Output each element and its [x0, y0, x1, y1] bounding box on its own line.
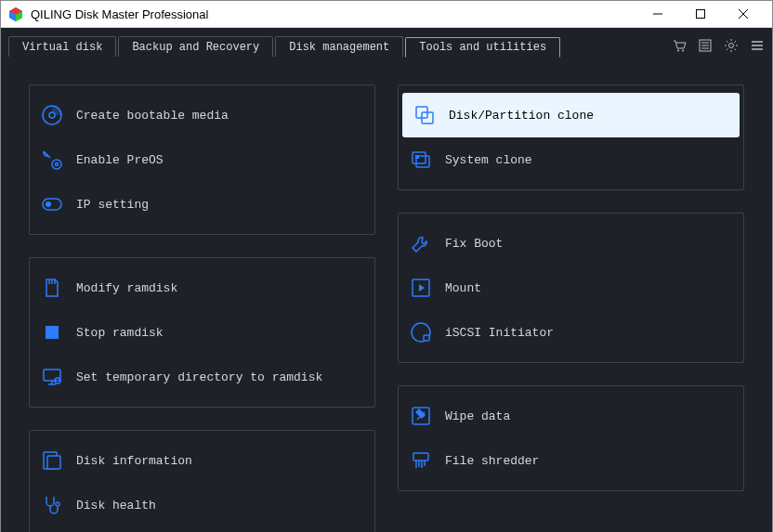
panel-system-tools: Create bootable media Enable PreOS IP se…: [29, 84, 375, 235]
item-label: Enable PreOS: [76, 153, 164, 167]
tab-label: Disk management: [289, 41, 389, 54]
panel-ramdisk: Modify ramdisk Stop ramdisk Set temporar…: [29, 257, 375, 408]
panel-disk-info: Disk information Disk health: [29, 430, 375, 532]
wrench-gear-icon: [41, 149, 63, 171]
svg-point-9: [682, 50, 684, 52]
item-label: Disk health: [76, 499, 156, 513]
system-clone-icon: [410, 149, 432, 171]
sd-card-icon: [41, 277, 63, 299]
svg-point-8: [677, 50, 679, 52]
item-label: IP setting: [76, 198, 149, 212]
tab-virtual-disk[interactable]: Virtual disk: [8, 36, 116, 57]
cart-icon[interactable]: [672, 38, 687, 57]
iscsi-icon: [410, 321, 432, 344]
tab-label: Backup and Recovery: [132, 41, 259, 54]
item-label: Mount: [445, 281, 481, 295]
item-label: Wipe data: [445, 409, 510, 423]
svg-point-19: [49, 112, 55, 118]
app-window: QILING Disk Master Professional Virtual …: [0, 0, 773, 532]
svg-rect-43: [424, 335, 429, 341]
titlebar: QILING Disk Master Professional: [1, 1, 772, 28]
disk-info-icon: [41, 449, 63, 472]
panel-boot-mount: Fix Boot Mount iSCSI Initiator: [398, 213, 744, 363]
panel-clone: Disk/Partition clone System clone: [398, 84, 744, 190]
close-button[interactable]: [722, 1, 765, 27]
ip-icon: [41, 193, 63, 215]
right-column: Disk/Partition clone System clone Fix Bo…: [398, 84, 744, 532]
item-create-bootable-media[interactable]: Create bootable media: [30, 93, 374, 137]
svg-point-20: [52, 160, 61, 169]
stethoscope-icon: [41, 494, 63, 516]
item-label: File shredder: [445, 454, 539, 468]
monitor-gear-icon: [41, 366, 63, 388]
item-label: Modify ramdisk: [76, 281, 177, 295]
item-ip-setting[interactable]: IP setting: [30, 182, 374, 227]
item-label: Fix Boot: [445, 237, 503, 251]
item-disk-health[interactable]: Disk health: [30, 483, 374, 527]
item-iscsi-initiator[interactable]: iSCSI Initiator: [399, 310, 743, 355]
left-column: Create bootable media Enable PreOS IP se…: [29, 84, 375, 532]
item-stop-ramdisk[interactable]: Stop ramdisk: [30, 310, 374, 355]
item-disk-information[interactable]: Disk information: [30, 438, 374, 483]
eraser-icon: [410, 405, 432, 427]
svg-point-14: [729, 44, 734, 48]
item-file-shredder[interactable]: File shredder: [399, 438, 743, 483]
gear-icon[interactable]: [724, 38, 739, 57]
svg-rect-45: [413, 453, 428, 461]
tabbar-icons: [672, 38, 765, 57]
svg-point-21: [56, 163, 59, 166]
item-fix-boot[interactable]: Fix Boot: [399, 221, 743, 266]
app-title: QILING Disk Master Professional: [31, 7, 636, 21]
svg-rect-39: [415, 155, 419, 159]
minimize-button[interactable]: [636, 1, 679, 27]
item-label: iSCSI Initiator: [445, 326, 554, 340]
svg-rect-33: [47, 456, 60, 469]
item-label: Set temporary directory to ramdisk: [76, 370, 322, 384]
disc-icon: [41, 104, 63, 126]
item-modify-ramdisk[interactable]: Modify ramdisk: [30, 266, 374, 310]
tab-label: Virtual disk: [22, 41, 102, 54]
svg-marker-41: [419, 284, 425, 292]
tab-backup-recovery[interactable]: Backup and Recovery: [118, 36, 273, 57]
tab-tools-utilities[interactable]: Tools and utilities: [405, 37, 560, 58]
shredder-icon: [410, 449, 432, 472]
menu-icon[interactable]: [750, 38, 765, 57]
clone-icon: [413, 104, 436, 126]
item-set-tempdir-ramdisk[interactable]: Set temporary directory to ramdisk: [30, 355, 374, 399]
panel-wipe: Wipe data File shredder: [398, 385, 744, 491]
item-disk-partition-clone[interactable]: Disk/Partition clone: [402, 93, 740, 137]
content: Create bootable media Enable PreOS IP se…: [1, 57, 772, 532]
item-system-clone[interactable]: System clone: [399, 137, 743, 182]
item-label: System clone: [445, 153, 532, 167]
app-logo-icon: [8, 6, 23, 21]
item-label: Create bootable media: [76, 109, 229, 123]
item-mount[interactable]: Mount: [399, 266, 743, 310]
svg-rect-28: [44, 370, 60, 381]
stop-icon: [41, 321, 63, 344]
item-wipe-data[interactable]: Wipe data: [399, 394, 743, 438]
tabbar: Virtual disk Backup and Recovery Disk ma…: [1, 32, 772, 57]
list-icon[interactable]: [698, 38, 713, 57]
svg-point-34: [56, 502, 59, 506]
wrench-icon: [410, 232, 432, 254]
item-enable-preos[interactable]: Enable PreOS: [30, 137, 374, 182]
tab-disk-management[interactable]: Disk management: [275, 36, 403, 57]
svg-point-23: [46, 201, 51, 207]
play-icon: [410, 277, 432, 299]
item-label: Stop ramdisk: [76, 326, 164, 340]
tab-label: Tools and utilities: [419, 41, 546, 54]
svg-rect-5: [697, 10, 705, 19]
svg-rect-27: [46, 326, 59, 339]
item-label: Disk/Partition clone: [449, 109, 594, 123]
maximize-button[interactable]: [679, 1, 722, 27]
item-label: Disk information: [76, 454, 192, 468]
app-body: Virtual disk Backup and Recovery Disk ma…: [1, 28, 772, 532]
